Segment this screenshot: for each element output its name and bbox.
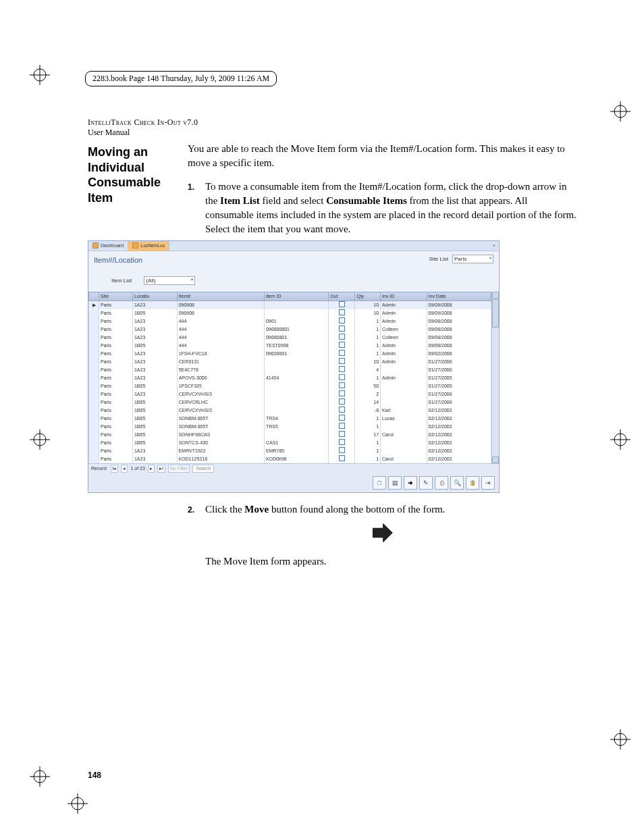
checkbox[interactable] (339, 398, 345, 405)
row-selector[interactable] (89, 447, 99, 455)
table-row[interactable]: Paris1B05SONHF68CAS17Carol02/12/2002 (89, 431, 491, 439)
tab-dashboard[interactable]: Dashboard (88, 241, 128, 251)
toolbar-move-button[interactable]: ➔ (404, 476, 417, 490)
checkbox[interactable] (339, 309, 345, 315)
row-selector[interactable] (89, 431, 99, 439)
nav-prev[interactable]: ◂ (121, 465, 128, 473)
table-row[interactable]: Paris1A23444090808011Colleen09/08/2008 (89, 334, 491, 342)
col-header[interactable]: Out (329, 292, 355, 301)
col-header[interactable]: Item ID (264, 292, 328, 301)
nav-nofilter[interactable]: No Filter (168, 465, 190, 473)
table-row[interactable]: Paris1B0509090810Admin09/09/2008 (89, 309, 491, 317)
col-header[interactable]: Item# (177, 292, 264, 301)
checkbox[interactable] (339, 374, 345, 380)
col-header[interactable]: Qty (355, 292, 381, 301)
col-header[interactable] (89, 292, 99, 301)
checkbox[interactable] (339, 334, 345, 340)
col-header[interactable]: Locatio (132, 292, 177, 301)
checkbox[interactable] (339, 358, 345, 364)
row-selector[interactable] (89, 455, 99, 463)
row-selector[interactable] (89, 342, 99, 350)
table-row[interactable]: Paris1A23CERVCXVHS/3201/27/2006 (89, 390, 491, 398)
chevron-down-icon: ▾ (489, 255, 491, 263)
item-list-select[interactable]: (All)▾ (144, 276, 195, 285)
table-row[interactable]: Paris1A2344409011Admin09/08/2008 (89, 317, 491, 325)
checkbox[interactable] (339, 301, 345, 307)
running-head: IntelliTrack Check In-Out v7.0 (88, 118, 576, 128)
scrollbar-vertical[interactable] (491, 292, 499, 463)
checkbox[interactable] (339, 415, 345, 421)
tab-locitemloc[interactable]: LocItemLoc (128, 241, 169, 251)
row-selector[interactable] (89, 398, 99, 407)
table-row[interactable]: Paris1B05SONTCS-430CAS1102/12/2002 (89, 439, 491, 447)
nav-next[interactable]: ▸ (148, 465, 155, 473)
row-selector[interactable] (89, 390, 99, 398)
toolbar-preview-button[interactable]: 🔍 (450, 476, 464, 490)
checkbox[interactable] (339, 455, 345, 461)
table-row[interactable]: Paris1A234440908008011Colleen09/08/2008 (89, 325, 491, 334)
col-header[interactable]: Inv Date (427, 292, 491, 301)
toolbar-assign-button[interactable]: ✎ (419, 476, 433, 490)
table-row[interactable]: Paris1B05SONBM-805TTRS5102/12/2002 (89, 423, 491, 431)
row-selector[interactable] (89, 439, 99, 447)
table-row[interactable]: ▶Paris1A2309090810Admin09/09/2008 (89, 301, 491, 310)
table-row[interactable]: Paris1A23KOD1125318KOD06981Carol02/12/20… (89, 455, 491, 463)
table-row[interactable]: Paris1A23APOVS-3000414541Admin01/27/2005 (89, 374, 491, 382)
table-row[interactable]: Paris1A23EMRVT1922EMR785102/12/2002 (89, 447, 491, 455)
table-row[interactable]: Paris1B05CERVCXVHS/3-8Karl02/12/2002 (89, 407, 491, 415)
table-row[interactable]: Paris1B05444TEST09081Admin09/08/2008 (89, 342, 491, 350)
table-row[interactable]: Paris1B05SONBM-805TTRS41Lucas02/12/2002 (89, 415, 491, 423)
row-selector[interactable] (89, 423, 99, 431)
table-row[interactable]: Paris1A231FSH-FVC18090206011Admin09/02/2… (89, 350, 491, 358)
row-selector[interactable] (89, 415, 99, 423)
nav-search[interactable]: Search (192, 465, 214, 473)
tab-icon (92, 242, 99, 249)
toolbar-save-button[interactable]: ▤ (388, 476, 402, 490)
toolbar-print-button[interactable]: ⎙ (435, 476, 448, 490)
checkbox[interactable] (339, 407, 345, 413)
table-row[interactable]: Paris1B051PSCF3255001/27/2005 (89, 382, 491, 390)
checkbox[interactable] (339, 382, 345, 388)
checkbox[interactable] (339, 439, 345, 445)
row-selector[interactable] (89, 366, 99, 374)
table-row[interactable]: Paris1A235E4C778401/27/2006 (89, 366, 491, 374)
scroll-thumb[interactable] (492, 299, 499, 328)
scroll-up-icon[interactable] (492, 292, 499, 298)
row-selector[interactable]: ▶ (89, 301, 99, 310)
checkbox[interactable] (339, 350, 345, 356)
row-selector[interactable] (89, 407, 99, 415)
scroll-down-icon[interactable] (492, 457, 499, 463)
toolbar-close-button[interactable]: ⇥ (481, 476, 495, 490)
row-selector[interactable] (89, 358, 99, 366)
site-list-label: Site List (429, 255, 448, 263)
intro-paragraph: You are able to reach the Move Item form… (188, 142, 576, 170)
row-selector[interactable] (89, 350, 99, 358)
checkbox[interactable] (339, 423, 345, 429)
row-selector[interactable] (89, 317, 99, 325)
checkbox[interactable] (339, 390, 345, 396)
checkbox[interactable] (339, 366, 345, 372)
close-icon[interactable]: × (489, 242, 499, 249)
table-row[interactable]: Paris1A23CER013110Admin01/27/2006 (89, 358, 491, 366)
checkbox[interactable] (339, 342, 345, 348)
toolbar-delete-button[interactable]: 🗑 (466, 476, 479, 490)
checkbox[interactable] (339, 431, 345, 437)
nav-last[interactable]: ▸I (157, 465, 165, 473)
row-selector[interactable] (89, 325, 99, 334)
col-header[interactable]: Inv ID (381, 292, 427, 301)
step-1: 1. To move a consumable item from the It… (188, 180, 576, 236)
checkbox[interactable] (339, 317, 345, 323)
row-selector[interactable] (89, 309, 99, 317)
checkbox[interactable] (339, 325, 345, 332)
row-selector[interactable] (89, 374, 99, 382)
checkbox[interactable] (339, 447, 345, 453)
row-selector[interactable] (89, 382, 99, 390)
toolbar-new-button[interactable]: □ (373, 476, 386, 490)
table-row[interactable]: Paris1B05CERVCRLHC1401/27/2006 (89, 398, 491, 407)
nav-position: 1 of 23 (130, 465, 144, 472)
site-list-select[interactable]: Paris▾ (452, 255, 493, 263)
nav-first[interactable]: I◂ (111, 465, 119, 473)
data-grid[interactable]: SiteLocatioItem#Item IDOutQtyInv IDInv D… (88, 292, 491, 463)
row-selector[interactable] (89, 334, 99, 342)
col-header[interactable]: Site (99, 292, 133, 301)
